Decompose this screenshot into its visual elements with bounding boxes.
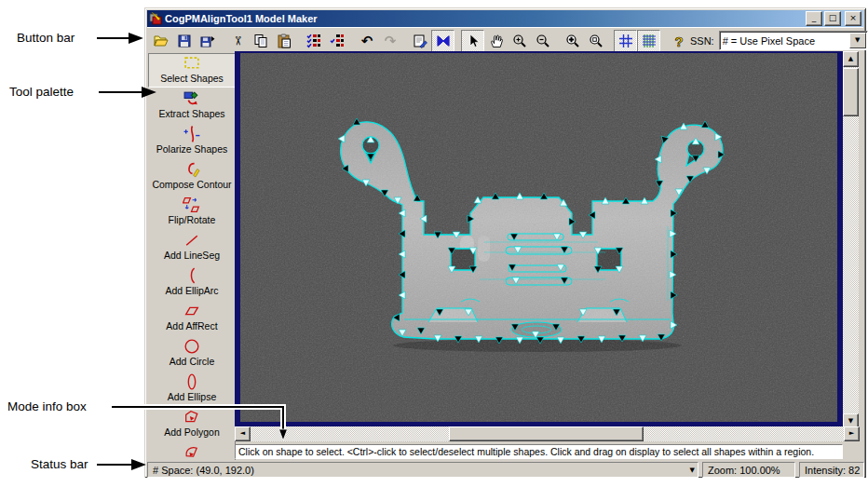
add-circle-icon: [183, 337, 201, 356]
save-as-button[interactable]: [196, 30, 219, 52]
palette-item-flip-rotate[interactable]: Flip/Rotate: [148, 195, 236, 229]
app-icon[interactable]: [149, 12, 162, 25]
palette-item-label: Flip/Rotate: [169, 214, 216, 225]
grid-coarse-button[interactable]: [614, 30, 637, 52]
minimize-button[interactable]: _: [806, 11, 822, 26]
ssn-area: SSN: # = Use Pixel Space ▼: [690, 31, 868, 50]
compose-contour-icon: [183, 160, 201, 179]
palette-item-add-ellipse[interactable]: Add Ellipse: [148, 372, 236, 406]
window-title: CogPMAlignTool1 Model Maker: [165, 13, 804, 24]
svg-text:↷: ↷: [384, 34, 396, 48]
zoom-actual-button[interactable]: [584, 30, 607, 52]
palette-item-label: Extract Shapes: [158, 108, 224, 119]
vscroll-thumb[interactable]: [843, 68, 859, 116]
status-intensity: Intensity: 82: [799, 462, 864, 478]
status-space-selector[interactable]: # Space: (49.0, 192.0) ▼: [147, 462, 698, 478]
run-display-button[interactable]: [431, 30, 454, 52]
status-zoom: Zoom: 100.00%: [702, 462, 795, 478]
add-elliparc-icon: [183, 266, 201, 285]
zoom-out-button[interactable]: [531, 30, 554, 52]
scroll-right-icon[interactable]: ►: [844, 426, 860, 441]
palette-item-label: Add EllipArc: [165, 285, 218, 296]
app-window: CogPMAlignTool1 Model Maker _ □ × ✂↶↷? S…: [144, 7, 866, 478]
svg-text:✂: ✂: [230, 35, 244, 46]
close-button[interactable]: ×: [845, 11, 861, 26]
vertical-scrollbar[interactable]: ▲ ▼: [843, 51, 859, 428]
palette-item-add-lineseg[interactable]: Add LineSeg: [148, 230, 236, 264]
zoom-in-button[interactable]: [508, 30, 531, 52]
pointer-tool-button[interactable]: [461, 30, 484, 52]
palette-item-polarize-shapes[interactable]: Polarize Shapes: [148, 124, 236, 158]
horizontal-scrollbar[interactable]: ◄ ►: [235, 426, 859, 442]
model-image: [240, 53, 837, 422]
palette-item-label: Add Circle: [170, 356, 214, 367]
save-button[interactable]: [172, 30, 196, 52]
screenshot-canvas: Button bar Tool palette Mode info box St…: [0, 0, 868, 487]
ssn-label: SSN:: [690, 35, 714, 47]
status-zoom-text: Zoom: 100.00%: [708, 465, 780, 476]
annotation-tool-palette: Tool palette: [9, 85, 74, 99]
image-display-frame: [235, 51, 843, 426]
redo-button[interactable]: ↷: [378, 30, 401, 52]
image-display[interactable]: [240, 53, 837, 422]
palette-item-extract-shapes[interactable]: Extract Shapes: [148, 88, 236, 123]
add-affrect-icon: [183, 302, 201, 320]
ssn-selected-value: # = Use Pixel Space: [720, 35, 849, 47]
palette-item-label: Add LineSeg: [164, 250, 220, 261]
add-ellipse-icon: [183, 372, 201, 391]
space-dropdown-arrow-icon[interactable]: ▼: [690, 467, 695, 474]
help-button[interactable]: ?: [667, 30, 690, 52]
extract-shapes-icon: [183, 89, 201, 108]
palette-item-add-circle[interactable]: Add Circle: [148, 336, 236, 371]
palette-item-label: Add AffRect: [166, 320, 217, 331]
scroll-up-icon[interactable]: ▲: [843, 51, 859, 67]
maximize-button[interactable]: □: [824, 11, 841, 26]
palette-item-label: Select Shapes: [160, 73, 224, 84]
ssn-dropdown-arrow-icon[interactable]: ▼: [849, 33, 866, 48]
pan-tool-button[interactable]: [484, 30, 508, 52]
palette-item-label: Add Ellipse: [168, 391, 217, 402]
palette-item-label: Polarize Shapes: [156, 143, 227, 155]
add-lineseg-icon: [183, 231, 201, 250]
annotation-status-bar: Status bar: [31, 457, 88, 471]
svg-text:↶: ↶: [360, 34, 373, 48]
zoom-expand-button[interactable]: [561, 30, 584, 52]
palette-item-add-affrect[interactable]: Add AffRect: [148, 301, 236, 335]
scroll-left-icon[interactable]: ◄: [235, 426, 251, 441]
flip-rotate-icon: [183, 196, 201, 214]
palette-item-compose-contour[interactable]: Compose Contour: [148, 159, 236, 194]
status-intensity-text: Intensity: 82: [805, 465, 860, 476]
palette-item-add-contour[interactable]: Add Contour: [148, 442, 236, 460]
cut-button[interactable]: ✂: [225, 30, 249, 52]
annotation-mode-info-box: Mode info box: [7, 399, 87, 413]
palette-item-select-shapes[interactable]: Select Shapes: [148, 53, 236, 88]
ssn-combobox[interactable]: # = Use Pixel Space ▼: [719, 31, 868, 50]
tool-palette: Select ShapesExtract ShapesPolarize Shap…: [147, 52, 236, 460]
paste-button[interactable]: [272, 30, 295, 52]
button-bar: ✂↶↷? SSN: # = Use Pixel Space ▼: [147, 27, 863, 53]
copy-button[interactable]: [249, 30, 272, 52]
select-shapes-icon: [183, 54, 201, 73]
palette-item-label: Compose Contour: [152, 179, 231, 190]
hscroll-thumb[interactable]: [449, 426, 644, 441]
status-bar: # Space: (49.0, 192.0) ▼ Zoom: 100.00% I…: [146, 461, 864, 477]
polarize-shapes-icon: [183, 125, 201, 143]
palette-item-label: Add Polygon: [164, 426, 220, 438]
shape-list-button[interactable]: [325, 30, 348, 52]
svg-text:?: ?: [674, 34, 683, 48]
properties-button[interactable]: [408, 30, 431, 52]
add-polygon-icon: [183, 408, 201, 426]
add-contour-icon: [183, 443, 201, 460]
palette-item-add-polygon[interactable]: Add Polygon: [148, 407, 236, 441]
mode-info-box: Click on shape to select. <Ctrl>-click t…: [235, 444, 843, 459]
open-button[interactable]: [149, 30, 172, 52]
grid-fine-button[interactable]: [637, 30, 660, 52]
status-space-text: # Space: (49.0, 192.0): [153, 465, 254, 476]
undo-button[interactable]: ↶: [355, 30, 378, 52]
annotation-button-bar: Button bar: [17, 31, 75, 45]
title-bar[interactable]: CogPMAlignTool1 Model Maker _ □ ×: [147, 10, 863, 27]
select-all-shapes-button[interactable]: [302, 30, 325, 52]
palette-item-add-elliparc[interactable]: Add EllipArc: [148, 265, 236, 300]
